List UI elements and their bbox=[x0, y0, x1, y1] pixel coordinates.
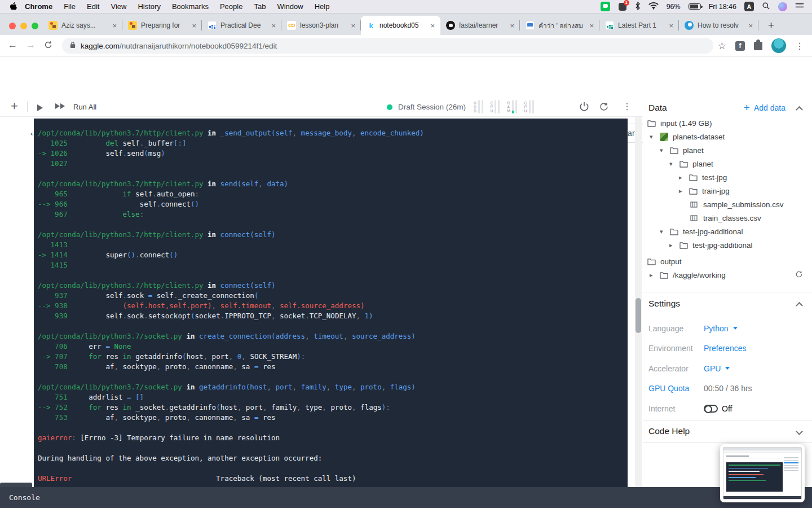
code-help-expand-chevron-icon[interactable] bbox=[796, 428, 803, 435]
caret-right-icon[interactable]: ▸ bbox=[679, 174, 689, 181]
chrome-menu-icon[interactable]: ⋮ bbox=[795, 41, 804, 51]
caret-down-icon[interactable]: ▾ bbox=[660, 228, 670, 235]
lock-icon[interactable] bbox=[70, 41, 76, 50]
menubar-item-edit[interactable]: Edit bbox=[81, 2, 105, 11]
add-cell-button[interactable]: + bbox=[11, 99, 18, 113]
caret-right-icon[interactable]: ▸ bbox=[669, 242, 679, 249]
back-button[interactable]: ← bbox=[8, 40, 17, 51]
console-bar[interactable]: Console bbox=[0, 487, 812, 508]
notification-app-icon[interactable]: 1 bbox=[618, 2, 627, 11]
caret-right-icon[interactable]: ▸ bbox=[650, 271, 660, 279]
input-source-icon[interactable]: A bbox=[744, 2, 754, 11]
forward-button[interactable]: → bbox=[26, 40, 36, 51]
menubar-item-window[interactable]: Window bbox=[271, 2, 308, 11]
chrome-tab-bar: Aziz says...×Preparing for×Practical Dee… bbox=[0, 14, 812, 35]
data-collapse-chevron-icon[interactable] bbox=[796, 106, 803, 113]
power-off-icon[interactable] bbox=[579, 101, 590, 115]
settings-collapse-chevron-icon[interactable] bbox=[796, 301, 803, 309]
tab-close-icon[interactable]: × bbox=[270, 21, 277, 30]
apple-menu-icon[interactable] bbox=[7, 2, 19, 11]
tree-item-train-jpg[interactable]: ▸train-jpg bbox=[643, 184, 812, 198]
notebook-scrollbar[interactable] bbox=[635, 117, 642, 487]
console-output[interactable]: /opt/conda/lib/python3.7/http/client.py … bbox=[34, 119, 628, 487]
run-all-icon[interactable] bbox=[55, 103, 65, 109]
scrollbar-thumb[interactable] bbox=[636, 298, 641, 333]
tree-item-test-jpg[interactable]: ▸test-jpg bbox=[643, 170, 812, 184]
fullscreen-window-button[interactable] bbox=[32, 23, 38, 29]
session-status[interactable]: Draft Session (26m) bbox=[387, 103, 466, 111]
browser-tab-7[interactable]: Latest Part 1× bbox=[599, 16, 679, 35]
window-controls[interactable] bbox=[9, 23, 38, 29]
preferences-link[interactable]: Preferences bbox=[704, 344, 746, 353]
tree-item-planet[interactable]: ▾planet bbox=[643, 143, 812, 157]
tab-close-icon[interactable]: × bbox=[668, 21, 674, 30]
menubar-clock[interactable]: Fri 18:46 bbox=[709, 3, 736, 11]
bookmark-star-icon[interactable]: ☆ bbox=[718, 40, 726, 52]
bluetooth-icon[interactable] bbox=[635, 2, 641, 12]
tab-close-icon[interactable]: × bbox=[509, 21, 515, 30]
tree-item-planet[interactable]: ▾planet bbox=[643, 157, 812, 170]
browser-tab-5[interactable]: fastai/learner× bbox=[440, 16, 520, 35]
menubar-item-file[interactable]: File bbox=[58, 2, 81, 11]
run-all-button[interactable]: Run All bbox=[73, 103, 96, 111]
tab-close-icon[interactable]: × bbox=[191, 21, 197, 30]
tree-item-input-1-49-gb-[interactable]: input (1.49 GB) bbox=[643, 116, 812, 130]
menubar-item-help[interactable]: Help bbox=[309, 2, 336, 11]
tree-item-test-jpg-additional[interactable]: ▾test-jpg-additional bbox=[643, 225, 812, 238]
menubar-item-people[interactable]: People bbox=[214, 2, 248, 11]
setting-label[interactable]: GPU Quota bbox=[648, 384, 704, 393]
profile-avatar[interactable] bbox=[771, 38, 786, 53]
tab-close-icon[interactable]: × bbox=[350, 21, 356, 30]
run-cell-button[interactable] bbox=[37, 103, 43, 113]
browser-tab-2[interactable]: Practical Dee× bbox=[202, 16, 281, 35]
tree-item-test-jpg-additional[interactable]: ▸test-jpg-additional bbox=[643, 238, 812, 252]
address-bar[interactable]: kaggle.com/nutdranaijaruthikorn/notebook… bbox=[62, 38, 713, 54]
tab-close-icon[interactable]: × bbox=[588, 21, 595, 30]
extensions-puzzle-icon[interactable] bbox=[754, 42, 762, 50]
tab-close-icon[interactable]: × bbox=[429, 21, 436, 30]
active-app-name[interactable]: Chrome bbox=[19, 2, 58, 11]
browser-tab-4[interactable]: knotebookd05× bbox=[361, 16, 440, 35]
refresh-working-dir-icon[interactable] bbox=[795, 270, 803, 280]
screenshot-preview[interactable] bbox=[720, 444, 805, 502]
tree-item--kaggle-working[interactable]: ▸/kaggle/working bbox=[643, 268, 812, 282]
spotlight-icon[interactable] bbox=[762, 2, 770, 12]
add-data-button[interactable]: +Add data bbox=[744, 102, 785, 114]
reload-button[interactable] bbox=[44, 41, 52, 52]
new-tab-button[interactable]: + bbox=[768, 19, 774, 32]
menubar-item-history[interactable]: History bbox=[132, 2, 166, 11]
tab-close-icon[interactable]: × bbox=[111, 21, 118, 30]
browser-tab-8[interactable]: How to resolv× bbox=[679, 16, 758, 35]
caret-right-icon[interactable]: ▸ bbox=[679, 187, 689, 195]
menubar-menus: FileEditViewHistoryBookmarksPeopleTabWin… bbox=[58, 2, 335, 11]
kaggle-icon: k bbox=[367, 21, 376, 30]
line-app-icon[interactable] bbox=[601, 2, 610, 11]
browser-tab-0[interactable]: Aziz says...× bbox=[43, 16, 122, 35]
accelerator-dropdown[interactable]: GPU bbox=[704, 364, 730, 373]
caret-down-icon[interactable]: ▾ bbox=[669, 160, 679, 168]
browser-tab-1[interactable]: Preparing for× bbox=[122, 16, 202, 35]
menubar-item-bookmarks[interactable]: Bookmarks bbox=[166, 2, 214, 11]
toolbar-more-icon[interactable]: ⋮ bbox=[623, 101, 632, 112]
tab-close-icon[interactable]: × bbox=[747, 21, 754, 30]
caret-down-icon[interactable]: ▾ bbox=[660, 147, 670, 154]
control-center-icon[interactable] bbox=[795, 2, 804, 11]
tree-item-planets-dataset[interactable]: ▾planets-dataset bbox=[643, 130, 812, 143]
language-dropdown[interactable]: Python bbox=[704, 324, 738, 333]
battery-icon[interactable] bbox=[689, 3, 701, 10]
tree-item-train-classes-csv[interactable]: train_classes.csv bbox=[643, 211, 812, 225]
tree-item-output[interactable]: output bbox=[643, 255, 812, 268]
restart-session-icon[interactable] bbox=[599, 102, 609, 114]
wifi-icon[interactable] bbox=[648, 2, 659, 11]
internet-toggle[interactable] bbox=[704, 405, 718, 413]
tree-item-sample-submission-csv[interactable]: sample_submission.csv bbox=[643, 198, 812, 211]
browser-tab-6[interactable]: คำว่า ' อย่างสม× bbox=[520, 16, 599, 35]
minimize-window-button[interactable] bbox=[20, 23, 27, 29]
menubar-item-view[interactable]: View bbox=[105, 2, 132, 11]
browser-tab-3[interactable]: COlesson3-plan× bbox=[281, 16, 361, 35]
facebook-extension-icon[interactable]: f bbox=[735, 41, 745, 51]
siri-icon[interactable] bbox=[778, 2, 787, 11]
caret-down-icon[interactable]: ▾ bbox=[650, 133, 660, 141]
menubar-item-tab[interactable]: Tab bbox=[248, 2, 271, 11]
close-window-button[interactable] bbox=[9, 23, 16, 29]
